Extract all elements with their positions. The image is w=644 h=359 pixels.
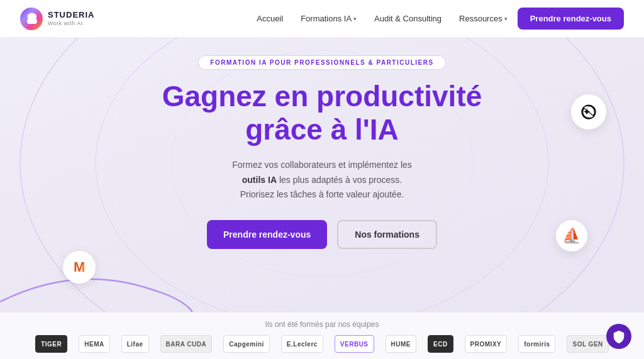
hero-badge: FORMATION IA POUR PROFESSIONNELS & PARTI… — [198, 55, 445, 70]
hero-buttons: Prendre rendez-vous Nos formations — [207, 220, 437, 249]
logo-badge-2: Lifae — [121, 335, 149, 353]
chevron-down-icon-2: ▾ — [504, 16, 508, 22]
logo-icon — [20, 8, 43, 30]
nav-cta-button[interactable]: Prendre rendez-vous — [518, 8, 624, 30]
logo-text-sub: Work with AI — [48, 20, 94, 27]
nav-links: Accueil Formations IA ▾ Audit & Consulti… — [249, 8, 624, 30]
logo-badge-11: SOL GEN — [567, 335, 608, 353]
nav-item-accueil[interactable]: Accueil — [249, 10, 291, 27]
nav-item-audit[interactable]: Audit & Consulting — [367, 10, 449, 27]
hero-section: ✦ ⛵ M | FORMATION IA POUR PROFESSIONNELS… — [0, 38, 644, 359]
openai-logo: ✦ — [579, 102, 598, 121]
hero-subtext: Formez vos collaborateurs et implémentez… — [232, 158, 412, 202]
logo-text-main: STUDERIA — [48, 10, 94, 20]
logo-badge-0: TIGER — [35, 335, 67, 353]
logo-badge-10: formiris — [518, 335, 555, 353]
headline-line1: Gagnez en productivité — [162, 80, 482, 113]
logo-badge-3: BARA CUDA — [160, 335, 213, 353]
logo-badge-7: HUME — [386, 335, 416, 353]
mixpanel-float-icon: M | — [63, 251, 96, 284]
hero-headline: Gagnez en productivité grâce à l'IA — [162, 80, 482, 146]
nav-item-ressources[interactable]: Ressources ▾ — [452, 10, 515, 27]
logo-badge-5: E.Leclerc — [281, 335, 323, 353]
sailboat-icon: ⛵ — [562, 227, 581, 245]
logos-row: TIGERHEMALifaeBARA CUDACapgeminiE.Lecler… — [0, 335, 644, 353]
svg-text:✦: ✦ — [583, 108, 591, 117]
shield-svg — [612, 329, 626, 343]
proof-label: Ils ont été formés par nos équipes — [0, 320, 644, 329]
brain-icon — [25, 12, 38, 26]
logo-badge-9: PROMIXY — [465, 335, 508, 353]
hero-formations-button[interactable]: Nos formations — [337, 220, 437, 249]
sailfish-float-icon: ⛵ — [556, 220, 587, 251]
proof-bar: Ils ont été formés par nos équipes TIGER… — [0, 312, 644, 359]
logo-area[interactable]: STUDERIA Work with AI — [20, 8, 94, 30]
nav-item-formations[interactable]: Formations IA ▾ — [293, 10, 364, 27]
chevron-down-icon: ▾ — [353, 16, 357, 22]
logo-badge-4: Capgemini — [223, 335, 270, 353]
logo-badge-1: HEMA — [79, 335, 109, 353]
logo-badge-6: VERBUS — [335, 335, 374, 353]
navbar: STUDERIA Work with AI Accueil Formations… — [0, 0, 644, 38]
headline-line2: grâce à l'IA — [245, 113, 399, 146]
shield-icon-bottom — [606, 324, 631, 349]
hero-cta-button[interactable]: Prendre rendez-vous — [207, 220, 327, 249]
openai-float-icon: ✦ — [571, 94, 606, 130]
logo-badge-8: ECD — [428, 335, 453, 353]
